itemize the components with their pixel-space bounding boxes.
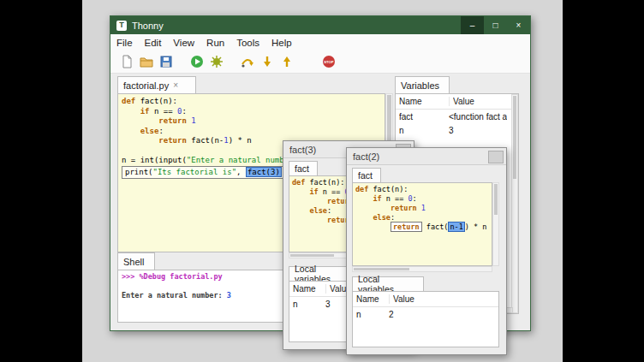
tab-local-variables[interactable]: Local variables <box>352 276 424 291</box>
scrollbar-thumb[interactable] <box>290 254 334 257</box>
code-line: else: <box>355 213 489 223</box>
stop-icon: STOP <box>322 55 336 68</box>
variables-table-header: Name Value <box>396 94 518 110</box>
tab-label: Variables <box>401 80 439 91</box>
floppy-disk-icon <box>159 55 173 68</box>
save-button[interactable] <box>157 53 175 71</box>
window-title: fact(3) <box>289 145 316 155</box>
menu-bar: File Edit View Run Tools Help <box>110 34 530 50</box>
code-token: def <box>122 97 135 105</box>
step-over-button[interactable] <box>238 53 256 71</box>
code-token <box>122 116 158 125</box>
code-token: ) * n <box>465 223 487 231</box>
code-line: return 1 <box>355 204 489 213</box>
table-cell: n <box>293 300 325 309</box>
menu-view[interactable]: View <box>167 38 200 48</box>
variables-vertical-scrollbar[interactable] <box>511 94 518 313</box>
menu-file[interactable]: File <box>110 38 139 48</box>
code-token: return <box>391 204 417 212</box>
scrollbar-thumb[interactable] <box>513 96 516 179</box>
code-token: n == <box>150 107 178 116</box>
tab-label: factorial.py <box>123 80 169 91</box>
tab-label: Shell <box>123 257 144 267</box>
code-token: ) * n <box>229 136 252 145</box>
table-cell: n <box>356 310 389 319</box>
code-token: def <box>355 185 368 193</box>
toolbar: STOP <box>110 50 530 74</box>
debug-window-fact2: fact(2) fact def fact(n): if n == 0: ret… <box>346 147 507 355</box>
code-token: return <box>391 222 422 232</box>
code-token: fact(n): <box>305 178 344 187</box>
tab-variables[interactable]: Variables <box>395 76 450 93</box>
code-token: else <box>373 213 390 222</box>
code-token <box>355 194 373 203</box>
code-token: if <box>140 107 150 116</box>
code-line: def fact(n): <box>355 185 489 194</box>
run-button[interactable] <box>188 53 206 71</box>
code-token <box>122 107 140 116</box>
code-token: 1 <box>421 204 426 212</box>
code-token: : <box>327 206 331 215</box>
code-token: else <box>309 206 326 215</box>
step-out-button[interactable] <box>277 53 295 71</box>
tab-label: fact <box>358 170 373 181</box>
tab-fact[interactable]: fact <box>289 161 318 175</box>
step-into-button[interactable] <box>258 53 276 71</box>
code-line: else: <box>122 127 381 137</box>
code-line: if n == 0: <box>355 194 489 204</box>
titlebar[interactable]: T Thonny – □ × <box>110 16 530 34</box>
menu-tools[interactable]: Tools <box>230 38 265 48</box>
column-header-name[interactable]: Name <box>293 284 326 294</box>
close-button[interactable] <box>488 151 504 163</box>
column-header-name[interactable]: Name <box>399 97 450 106</box>
run-icon <box>190 55 204 68</box>
code-token: n == <box>382 194 408 203</box>
locals-table-body: n2 <box>353 307 498 321</box>
code-token: >>> <box>122 272 139 281</box>
table-cell: 3 <box>325 300 331 309</box>
table-row[interactable]: n3 <box>396 123 518 137</box>
frame-vertical-scrollbar[interactable] <box>492 182 499 266</box>
code-token: n = int(input( <box>122 156 187 164</box>
code-token: , <box>236 168 246 176</box>
minimize-button[interactable]: – <box>461 16 484 34</box>
code-token: : <box>413 194 417 203</box>
tab-fact[interactable]: fact <box>352 168 381 182</box>
new-file-button[interactable] <box>117 53 135 71</box>
frame-code-view[interactable]: def fact(n): if n == 0: return 1 else: r… <box>352 182 492 266</box>
code-token <box>292 206 309 215</box>
code-line: if n == 0: <box>122 107 381 117</box>
frame-horizontal-scrollbar[interactable] <box>352 266 492 272</box>
close-button[interactable]: × <box>507 16 530 34</box>
menu-edit[interactable]: Edit <box>139 38 168 48</box>
table-row[interactable]: n2 <box>353 307 498 321</box>
menu-run[interactable]: Run <box>200 38 230 48</box>
tab-shell[interactable]: Shell <box>117 252 155 270</box>
titlebar[interactable]: fact(2) <box>347 148 506 165</box>
table-row[interactable]: fact<function fact a <box>396 110 518 123</box>
debug-button[interactable] <box>207 53 225 71</box>
code-token: if <box>373 194 381 203</box>
open-file-button[interactable] <box>137 53 155 71</box>
window-title: Thonny <box>132 21 461 31</box>
column-header-name[interactable]: Name <box>356 294 390 304</box>
code-token: n == <box>319 187 345 196</box>
code-token: if <box>309 187 318 196</box>
code-token: 1 <box>191 116 195 125</box>
open-folder-icon <box>140 55 153 68</box>
code-token: else <box>140 127 159 135</box>
column-header-value[interactable]: Value <box>453 97 474 106</box>
tab-close-icon[interactable]: × <box>173 80 178 90</box>
menu-help[interactable]: Help <box>265 38 298 48</box>
maximize-button[interactable]: □ <box>484 16 507 34</box>
code-token: fact( <box>422 223 449 231</box>
scrollbar-thumb[interactable] <box>494 184 498 215</box>
code-token <box>292 197 327 205</box>
code-token: : <box>158 127 163 135</box>
tab-factorial-py[interactable]: factorial.py × <box>117 76 196 93</box>
code-token <box>355 204 391 212</box>
column-header-value[interactable]: Value <box>393 294 414 304</box>
svg-text:STOP: STOP <box>324 60 334 64</box>
scrollbar-thumb[interactable] <box>354 268 409 270</box>
stop-button[interactable]: STOP <box>319 53 337 71</box>
